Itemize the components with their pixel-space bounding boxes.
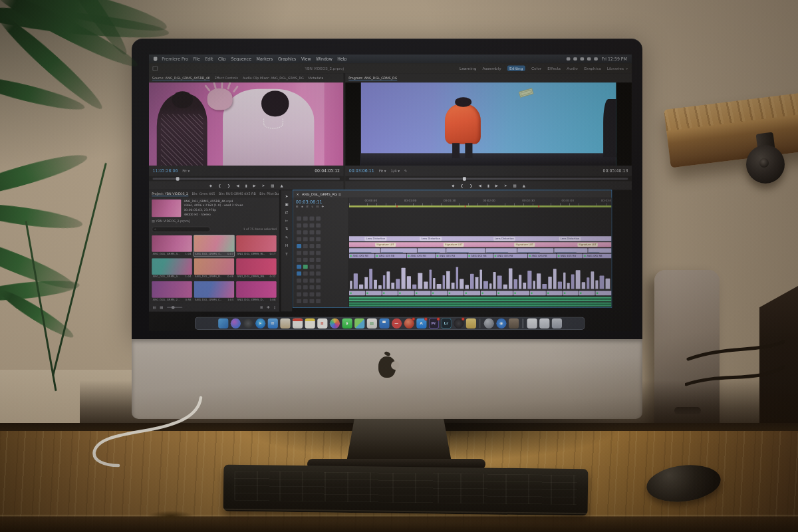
keyboard-brightness-icon[interactable] — [567, 57, 571, 61]
track-toggle[interactable] — [316, 285, 321, 289]
timeline-clip[interactable] — [431, 291, 447, 295]
dock-icon-minimized-window-1[interactable] — [527, 319, 537, 329]
timeline-clip[interactable]: ANG 4X5 RB — [349, 253, 375, 258]
track-toggle[interactable] — [303, 279, 308, 283]
video-track-v4[interactable]: Lens DistortionLens DistortionLens Disto… — [349, 236, 612, 241]
menu-item-help[interactable]: Help — [337, 57, 346, 61]
project-tab-bin-grms-4x5[interactable]: Bin: Grms 4X5 — [192, 192, 215, 196]
transport-button[interactable]: ▲ — [280, 184, 283, 188]
timeline-clip[interactable]: ANG 4X5 RB — [407, 253, 436, 258]
dock-icon-calendar[interactable] — [293, 319, 303, 329]
dock-icon-reminders[interactable]: ≡ — [317, 319, 327, 329]
transport-button[interactable]: ❮ — [218, 184, 221, 188]
source-tab-effect-controls[interactable]: Effect Controls — [215, 76, 238, 80]
track-toggle[interactable] — [316, 292, 321, 296]
clip-label-chip[interactable]: Signature LUT — [375, 243, 396, 247]
sequence-tab[interactable]: ANG_DGL_GRMS_RG ≡ — [302, 192, 341, 196]
track-toggle[interactable] — [316, 299, 321, 303]
track-toggle[interactable] — [297, 217, 301, 221]
workspace-tab-audio[interactable]: Audio — [567, 66, 578, 70]
track-toggle[interactable] — [303, 223, 308, 227]
source-tab-source-ang-dgl-grms-4x5rb-4k[interactable]: Source: ANG_DGL_GRMS_4X5RB_4K — [152, 76, 210, 80]
menu-item-edit[interactable]: Edit — [205, 57, 213, 61]
track-toggle[interactable] — [303, 230, 308, 234]
track-toggle[interactable] — [303, 217, 308, 221]
dock-icon-mail[interactable]: ✉ — [267, 319, 277, 329]
track-toggle[interactable] — [310, 265, 315, 269]
track-toggle[interactable] — [297, 237, 301, 241]
dock-icon-screen-time-no-entry[interactable]: — — [392, 319, 402, 329]
track-toggle[interactable] — [310, 285, 315, 289]
clip-label-chip[interactable]: Signature LUT — [444, 243, 464, 247]
track-toggle[interactable] — [297, 271, 301, 275]
timeline-clip[interactable] — [513, 291, 529, 295]
menu-item-markers[interactable]: Markers — [257, 57, 273, 61]
menu-item-graphics[interactable]: Graphics — [278, 57, 296, 61]
track-toggle[interactable] — [303, 299, 308, 303]
track-toggle[interactable] — [303, 244, 308, 248]
track-toggle[interactable] — [310, 237, 315, 241]
source-tab-audio-clip-mixer-ang-dgl-grms-rg[interactable]: Audio Clip Mixer: ANG_DGL_GRMS_RG — [243, 76, 304, 80]
transport-button[interactable]: ▮ — [487, 184, 489, 188]
transport-button[interactable]: ◆ — [452, 184, 454, 188]
battery-icon[interactable] — [574, 57, 578, 61]
dock-icon-photo-booth[interactable] — [404, 319, 414, 329]
track-toggle[interactable] — [310, 279, 315, 283]
transport-button[interactable]: ➤ — [504, 184, 507, 188]
transport-button[interactable]: ▮ — [245, 184, 247, 188]
timeline-clip[interactable] — [481, 291, 497, 295]
dock-icon-contacts[interactable] — [280, 319, 290, 329]
track-toggle[interactable] — [303, 258, 308, 262]
track-select-tool[interactable]: ▣ — [285, 202, 288, 206]
bin-footer-icon[interactable]: ▤ — [153, 305, 156, 309]
track-toggle[interactable] — [310, 271, 315, 275]
track-toggle[interactable] — [297, 244, 301, 248]
control-center-icon[interactable] — [595, 57, 598, 61]
dock-icon-lightroom[interactable]: Lr — [441, 319, 451, 329]
thumbnail-zoom-slider[interactable] — [167, 307, 182, 308]
timeline-clip[interactable]: ANG 4X5 RB — [528, 253, 557, 258]
timeline-clip[interactable]: 4X5 RB — [588, 248, 611, 253]
timeline-clip[interactable] — [448, 291, 464, 295]
timeline-clip[interactable] — [579, 291, 595, 295]
track-toggle[interactable] — [303, 237, 308, 241]
timeline-toolbar-icon[interactable]: ⊞ — [296, 205, 299, 209]
dock-icon-facetime[interactable]: ◉ — [496, 319, 506, 329]
bin-item[interactable]: ANG_DGL_GRMS_A..1:04 — [152, 258, 192, 279]
timeline-toolbar-icon[interactable]: ≋ — [306, 205, 309, 209]
timeline-ruler[interactable]: 00:00:3000:01:0000:01:3000:02:0000:02:30… — [349, 198, 612, 205]
project-tab-bin-rus-grms-4x5-rb[interactable]: Bin: RUS GRMS 4X5 RB — [219, 192, 256, 196]
transport-button[interactable]: ▶ — [253, 184, 255, 188]
timeline-clip[interactable]: 4X5 RB_4K.mp4 — [485, 248, 517, 253]
bin-item[interactable]: ANG_DGL_GRMS_2..0:58 — [152, 281, 192, 303]
dock-icon-trash[interactable] — [551, 319, 561, 329]
pen-tool[interactable]: ✎ — [285, 235, 289, 239]
music-track-a2[interactable] — [349, 303, 612, 307]
timeline-clip[interactable] — [349, 291, 365, 295]
timeline-clip[interactable]: ANG 4X5 RB — [493, 253, 527, 258]
timeline-clip[interactable] — [563, 291, 579, 295]
workspace-tab-color[interactable]: Color — [531, 66, 541, 70]
dock-icon-notes[interactable] — [305, 319, 315, 329]
track-toggle[interactable] — [297, 258, 301, 262]
workspace-tab-effects[interactable]: Effects — [547, 66, 561, 70]
bin-footer-icon[interactable]: ✚ — [267, 305, 270, 309]
timeline-clip[interactable]: 4X5 RB_4K.mp4 — [446, 248, 485, 253]
bin-item[interactable]: ANG_DGL_GRMS_C..1:04 — [194, 281, 235, 303]
timeline-clip[interactable] — [382, 291, 398, 295]
program-video-preview[interactable] — [345, 82, 632, 166]
transport-button[interactable]: ➤ — [262, 184, 265, 188]
timeline-clip[interactable] — [398, 291, 414, 295]
slip-tool[interactable]: ⇅ — [285, 227, 289, 231]
menu-item-window[interactable]: Window — [316, 57, 332, 61]
bin-item[interactable]: ANG_DGL_GRMS_RN.0:32 — [236, 258, 277, 279]
menu-item-premiere-pro[interactable]: Premiere Pro — [162, 57, 188, 61]
program-timecode[interactable]: 00:03:06:11 — [349, 168, 374, 173]
timeline-clip[interactable]: ANG 4X5 RB — [467, 253, 493, 258]
timeline-clip[interactable]: ANG 4X5 RB — [557, 253, 583, 258]
bin-footer-icon[interactable]: ▦ — [160, 305, 163, 309]
dock-icon-siri[interactable] — [230, 319, 240, 329]
track-toggle[interactable] — [297, 230, 301, 234]
timeline-clip[interactable] — [497, 291, 513, 295]
dock-icon-wallet[interactable] — [509, 319, 519, 329]
